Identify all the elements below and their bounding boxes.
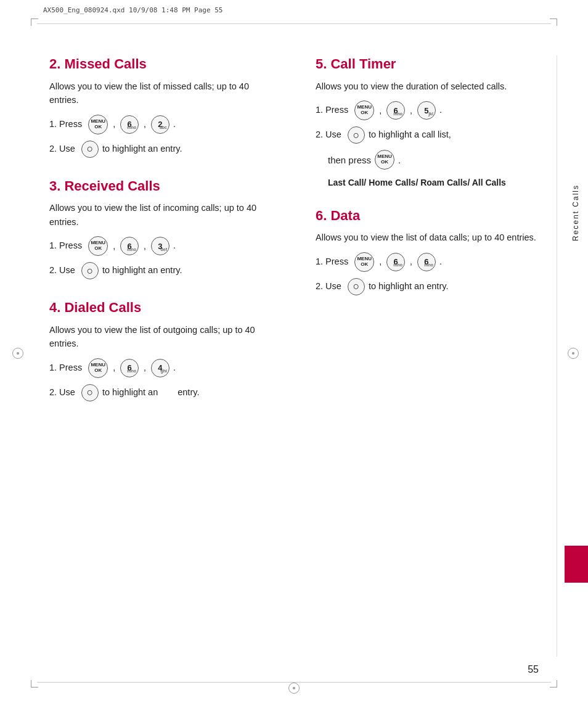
key-menu-ok-d1: MENUOK [354, 252, 374, 272]
center-mark-right [568, 348, 579, 359]
spacer2 [49, 285, 272, 299]
key-6mno-d2: 6 mno [417, 253, 436, 271]
step1-prefix-dc: 1. Press [49, 361, 82, 375]
section-missed-calls: 2. Missed Calls Allows you to view the l… [49, 55, 272, 158]
dialed-calls-step1: 1. Press MENUOK , 6 mno , 4 ghi . [49, 358, 272, 378]
key-6mno-dc1: 6 mno [120, 359, 139, 377]
received-calls-body: Allows you to view the list of incoming … [49, 201, 272, 229]
call-timer-heading: 5. Call Timer [316, 55, 539, 73]
missed-calls-heading: 2. Missed Calls [49, 55, 272, 73]
column-left: 2. Missed Calls Allows you to view the l… [49, 55, 285, 408]
call-timer-step2: 2. Use ○ to highlight a call list, then … [316, 126, 539, 170]
missed-calls-step2: 2. Use ○ to highlight an entry. [49, 141, 272, 158]
step1-prefix-rc: 1. Press [49, 239, 82, 253]
center-mark-bottom [288, 683, 300, 694]
received-calls-heading: 3. Received Calls [49, 178, 272, 195]
step2-prefix-mc: 2. Use [49, 142, 75, 156]
section-data: 6. Data Allows you to view the list of d… [316, 207, 539, 295]
key-menu-ok-rc1: MENUOK [88, 236, 108, 256]
key-nav-mc: ○ [81, 141, 99, 158]
key-nav-rc: ○ [81, 262, 99, 279]
main-content: 2. Missed Calls Allows you to view the l… [49, 55, 539, 657]
side-tab-label: Recent Calls [571, 184, 580, 241]
step1-prefix-d: 1. Press [316, 255, 348, 269]
dialed-calls-body: Allows you to view the list of outgoing … [49, 323, 272, 351]
section-received-calls: 3. Received Calls Allows you to view the… [49, 178, 272, 280]
center-mark-left [12, 348, 23, 359]
corner-mark-bl [31, 680, 38, 688]
received-calls-step2: 2. Use ○ to highlight an entry. [49, 262, 272, 279]
corner-mark-tr [550, 18, 557, 26]
key-nav-ct: ○ [348, 126, 365, 144]
missed-calls-step1: 1. Press MENUOK , 6 mno , 2 abc . [49, 115, 272, 134]
call-timer-body: Allows you to view the duration of selec… [316, 80, 539, 93]
section-call-timer: 5. Call Timer Allows you to view the dur… [316, 55, 539, 190]
key-6mno-mc1: 6 mno [120, 115, 139, 134]
received-calls-step1: 1. Press MENUOK , 6 mno , 3 def . [49, 236, 272, 256]
key-menu-ok-ct2: MENUOK [375, 150, 394, 170]
corner-mark-tl [31, 18, 38, 26]
data-step1: 1. Press MENUOK , 6 mno , 6 mno . [316, 252, 539, 272]
file-header: AX500_Eng_080924.qxd 10/9/08 1:48 PM Pag… [43, 6, 223, 14]
column-right: 5. Call Timer Allows you to view the dur… [309, 55, 539, 408]
two-columns: 2. Missed Calls Allows you to view the l… [49, 55, 539, 408]
key-6mno-rc1: 6 mno [120, 237, 139, 255]
key-6mno-d1: 6 mno [386, 253, 405, 271]
spacer3 [316, 194, 539, 207]
key-5jkl-ct1: 5 jkl [417, 101, 436, 120]
data-heading: 6. Data [316, 207, 539, 225]
step1-prefix-ct: 1. Press [316, 104, 348, 117]
corner-mark-br [550, 680, 557, 688]
call-timer-options-text: Last Call/ Home Calls/ Roam Calls/ All C… [328, 178, 506, 187]
page-number: 55 [528, 664, 539, 675]
key-menu-ok-dc1: MENUOK [88, 358, 108, 378]
missed-calls-body: Allows you to view the list of missed ca… [49, 80, 272, 107]
call-timer-step1: 1. Press MENUOK , 6 mno , 5 jkl . [316, 101, 539, 120]
key-nav-d: ○ [348, 278, 365, 295]
key-2abc-mc1: 2 abc [151, 115, 169, 134]
side-tab-container: Recent Calls [563, 173, 588, 253]
call-timer-options: Last Call/ Home Calls/ Roam Calls/ All C… [316, 176, 539, 190]
data-step2: 2. Use ○ to highlight an entry. [316, 278, 539, 295]
page-border-bottom [37, 682, 551, 683]
side-tab-bar [565, 546, 588, 583]
spacer1 [49, 164, 272, 178]
key-6mno-ct1: 6 mno [386, 101, 405, 120]
dialed-calls-heading: 4. Dialed Calls [49, 299, 272, 317]
data-body: Allows you to view the list of data call… [316, 231, 539, 244]
key-4ghi-dc1: 4 ghi [151, 359, 169, 377]
dialed-calls-step2: 2. Use ○ to highlight an entry. [49, 384, 272, 401]
step1-prefix-mc: 1. Press [49, 118, 82, 131]
key-menu-ok-ct1: MENUOK [354, 101, 374, 120]
section-dialed-calls: 4. Dialed Calls Allows you to view the l… [49, 299, 272, 401]
page-border-top [37, 23, 551, 24]
vertical-rule [557, 55, 557, 657]
key-nav-dc: ○ [81, 384, 99, 401]
key-3def-rc1: 3 def [151, 237, 169, 255]
key-menu-ok-mc1: MENUOK [88, 115, 108, 134]
